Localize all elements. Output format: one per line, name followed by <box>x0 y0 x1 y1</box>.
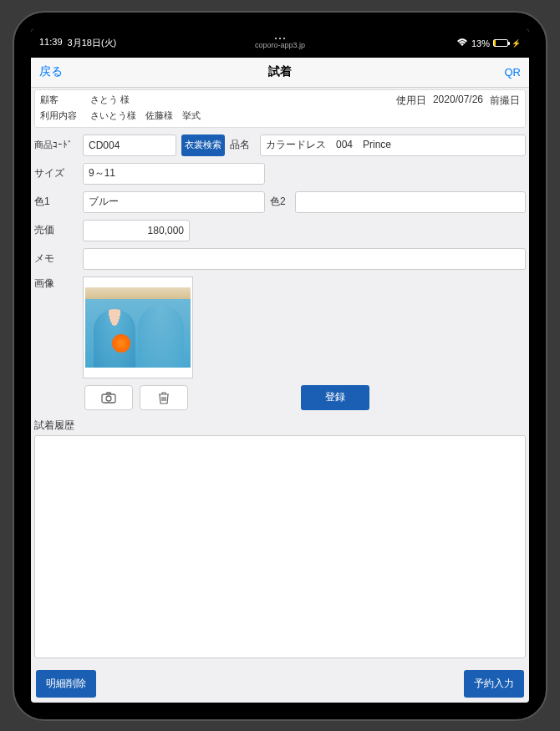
tablet-frame: 11:39 3月18日(火) coporo-app3.jp 13% ⚡ 戻る 試… <box>13 11 547 721</box>
back-button[interactable]: 戻る <box>39 64 63 79</box>
status-bar: 11:39 3月18日(火) coporo-app3.jp 13% ⚡ <box>31 29 529 58</box>
color2-input[interactable] <box>295 191 526 213</box>
customer-info: 顧客 さとう 様 使用日 2020/07/26 前撮日 利用内容 さいとう様 佐… <box>34 89 526 128</box>
register-button[interactable]: 登録 <box>301 385 369 410</box>
image-label: 画像 <box>34 277 78 291</box>
svg-point-1 <box>106 396 111 401</box>
size-input[interactable] <box>83 163 265 185</box>
history-box[interactable] <box>34 435 526 658</box>
history-label: 試着履歴 <box>34 419 526 433</box>
memo-input[interactable] <box>83 248 526 270</box>
color1-label: 色1 <box>34 195 78 209</box>
status-date: 3月18日(火) <box>68 37 117 49</box>
content: 顧客 さとう 様 使用日 2020/07/26 前撮日 利用内容 さいとう様 佐… <box>31 88 529 703</box>
camera-button[interactable] <box>84 385 133 410</box>
battery-percent: 13% <box>471 38 490 48</box>
delete-detail-button[interactable]: 明細削除 <box>36 670 96 698</box>
nav-bar: 戻る 試着 QR <box>31 58 529 88</box>
customer-label: 顧客 <box>40 94 82 108</box>
screen: 11:39 3月18日(火) coporo-app3.jp 13% ⚡ 戻る 試… <box>31 29 529 703</box>
customer-name: さとう 様 <box>90 94 130 108</box>
charging-icon: ⚡ <box>512 39 521 48</box>
color2-label: 色2 <box>270 195 290 209</box>
qr-button[interactable]: QR <box>505 66 522 79</box>
code-input[interactable] <box>83 135 176 156</box>
color1-input[interactable] <box>83 191 265 213</box>
status-time: 11:39 <box>39 37 63 49</box>
usage-value: さいとう様 佐藤様 挙式 <box>90 109 201 122</box>
usage-label: 利用内容 <box>40 109 82 122</box>
memo-label: メモ <box>34 251 78 266</box>
page-title: 試着 <box>268 64 292 79</box>
size-label: サイズ <box>34 166 78 180</box>
code-label: 商品ｺｰﾄﾞ <box>34 139 78 151</box>
price-label: 売価 <box>34 223 78 237</box>
use-date-label: 使用日 <box>396 94 426 108</box>
name-input[interactable] <box>260 135 526 156</box>
price-input[interactable] <box>83 220 190 241</box>
use-date-value: 2020/07/26 <box>433 94 483 108</box>
dress-image <box>85 287 191 368</box>
delete-image-button[interactable] <box>140 385 188 410</box>
reservation-button[interactable]: 予約入力 <box>464 670 524 698</box>
status-url: coporo-app3.jp <box>255 41 305 49</box>
battery-icon <box>493 39 508 47</box>
wifi-icon <box>456 38 468 48</box>
multitask-dots <box>275 38 285 39</box>
image-preview[interactable] <box>83 277 193 378</box>
prev-date-label: 前撮日 <box>490 94 520 108</box>
name-label: 品名 <box>230 138 255 152</box>
costume-search-button[interactable]: 衣裳検索 <box>181 135 225 156</box>
